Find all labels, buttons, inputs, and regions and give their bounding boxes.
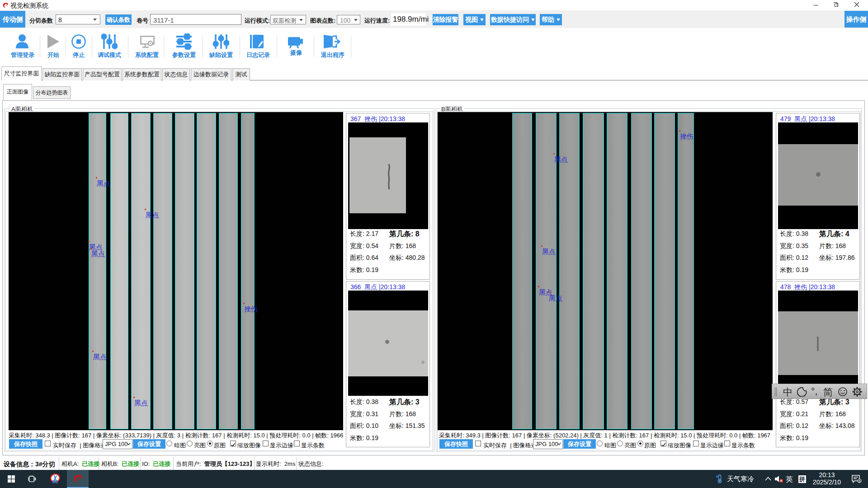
svg-text:6: 6 xyxy=(859,479,861,483)
